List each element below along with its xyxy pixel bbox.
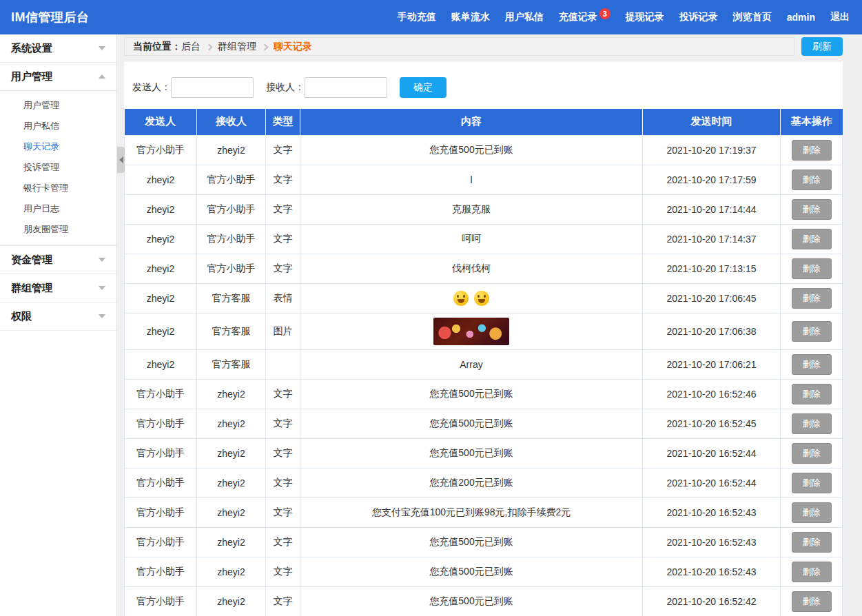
type-cell: 文字 [266,468,300,497]
delete-button[interactable]: 删除 [792,229,832,249]
table-row: zheyi2官方小助手文字伐柯伐柯2021-10-20 17:13:15删除 [125,254,843,283]
message-image-thumbnail[interactable] [433,318,509,345]
sidebar-item[interactable]: 用户管理 [0,95,116,116]
sidebar-section-2[interactable]: 用户管理 [0,63,116,91]
column-header: 发送人 [125,109,197,135]
navbar-item-label: 投诉记录 [679,11,718,23]
type-cell: 文字 [266,497,300,527]
receiver-filter-input[interactable] [305,77,387,98]
delete-button[interactable]: 删除 [792,502,832,523]
sidebar-item[interactable]: 聊天记录 [0,136,116,157]
navbar-item-9[interactable]: 退出 [830,11,850,23]
sidebar-section-label: 资金管理 [11,246,52,274]
chat-table-body: 官方小助手zheyi2文字您充值500元已到账2021-10-20 17:19:… [125,135,843,616]
content-cell: 您充值500元已到账 [300,135,643,165]
breadcrumb-item[interactable]: 群组管理 [218,41,256,52]
content-cell: Array [300,349,643,379]
delete-button[interactable]: 删除 [792,199,832,220]
delete-button[interactable]: 删除 [792,321,832,342]
time-cell: 2021-10-20 17:06:38 [643,313,781,349]
sender-cell: 官方小助手 [125,468,197,497]
sender-filter-input[interactable] [171,77,254,98]
delete-button[interactable]: 删除 [792,443,832,464]
sidebar-collapse-handle[interactable] [117,147,125,173]
navbar-item-3[interactable]: 用户私信 [505,11,544,23]
table-row: zheyi2官方客服图片2021-10-20 17:06:38删除 [125,313,843,349]
sender-cell: 官方小助手 [125,135,197,165]
navbar-item-4[interactable]: 充值记录3 [559,11,610,23]
content-cell: 呵呵 [300,224,643,254]
sidebar-item[interactable]: 用户私信 [0,116,116,136]
sidebar-section-4[interactable]: 群组管理 [0,274,116,302]
receiver-cell: 官方客服 [197,313,266,349]
sidebar-section-label: 用户管理 [11,63,52,90]
time-cell: 2021-10-20 17:06:21 [643,349,781,379]
content-cell: 您充值500元已到账 [300,409,643,438]
navbar-item-label: admin [787,12,815,23]
delete-button[interactable]: 删除 [792,413,832,434]
sender-cell: zheyi2 [125,254,197,283]
refresh-button[interactable]: 刷新 [801,37,843,56]
delete-button[interactable]: 删除 [792,258,832,279]
receiver-cell: 官方客服 [197,349,266,379]
confirm-button[interactable]: 确定 [400,77,447,98]
delete-button[interactable]: 删除 [792,170,832,190]
sidebar-section-1[interactable]: 系统设置 [0,34,116,63]
delete-button[interactable]: 删除 [792,140,832,161]
emoji-icon [453,291,469,306]
table-row: zheyi2官方客服表情2021-10-20 17:06:45删除 [125,283,843,313]
sender-cell: zheyi2 [125,224,197,254]
notification-badge: 3 [599,8,610,19]
type-cell: 文字 [266,409,300,438]
type-cell: 文字 [266,194,300,224]
receiver-cell: zheyi2 [197,438,266,468]
chevron-down-icon [99,314,105,318]
sidebar-item[interactable]: 投诉管理 [0,157,116,178]
table-row: 官方小助手zheyi2文字您支付宝充值100元已到账98元,扣除手续费2元202… [125,497,843,527]
sender-cell: zheyi2 [125,283,197,313]
delete-button[interactable]: 删除 [792,354,832,375]
table-row: 官方小助手zheyi2文字您充值500元已到账2021-10-20 16:52:… [125,586,843,616]
time-cell: 2021-10-20 16:52:44 [643,438,781,468]
type-cell: 文字 [266,557,300,586]
sender-cell: zheyi2 [125,349,197,379]
time-cell: 2021-10-20 16:52:46 [643,379,781,409]
sidebar-item[interactable]: 用户日志 [0,198,116,219]
receiver-cell: 官方小助手 [197,194,266,224]
content-cell [300,313,643,349]
sidebar-section-5[interactable]: 权限 [0,302,116,331]
content-cell: 您充值500元已到账 [300,379,643,409]
type-cell: 文字 [266,135,300,165]
delete-button[interactable]: 删除 [792,473,832,493]
breadcrumb-item[interactable]: 聊天记录 [274,41,312,52]
breadcrumb-item[interactable]: 后台 [181,41,201,52]
action-cell: 删除 [781,194,843,224]
delete-button[interactable]: 删除 [792,562,832,582]
delete-button[interactable]: 删除 [792,384,832,404]
sidebar-item[interactable]: 朋友圈管理 [0,219,116,240]
time-cell: 2021-10-20 17:17:59 [643,165,781,194]
filter-bar: 发送人： 接收人： 确定 [124,62,843,109]
chevron-down-icon [99,46,105,50]
content-cell: 您充值200元已到账 [300,468,643,497]
navbar-item-1[interactable]: 手动充值 [398,11,436,23]
navbar-item-label: 账单流水 [451,11,490,23]
delete-button[interactable]: 删除 [792,591,832,612]
action-cell: 删除 [781,283,843,313]
navbar-item-label: 浏览首页 [733,11,772,23]
action-cell: 删除 [781,349,843,379]
chevron-down-icon [99,286,105,290]
navbar-item-7[interactable]: 浏览首页 [733,11,772,23]
content-cell: 伐柯伐柯 [300,254,643,283]
delete-button[interactable]: 删除 [792,288,832,309]
type-cell: 文字 [266,586,300,616]
navbar-item-2[interactable]: 账单流水 [451,11,490,23]
sidebar-section-3[interactable]: 资金管理 [0,246,116,274]
delete-button[interactable]: 删除 [792,532,832,553]
type-cell: 文字 [266,224,300,254]
table-row: zheyi2官方客服Array2021-10-20 17:06:21删除 [125,349,843,379]
sidebar-item[interactable]: 银行卡管理 [0,178,116,198]
navbar-item-5[interactable]: 提现记录 [626,11,664,23]
navbar-item-6[interactable]: 投诉记录 [679,11,718,23]
navbar-item-8[interactable]: admin [787,12,815,23]
